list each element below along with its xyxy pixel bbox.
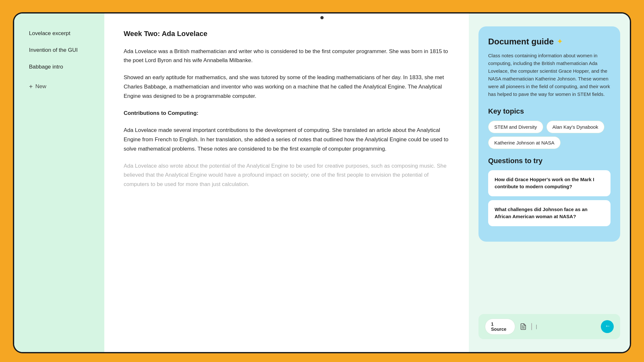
questions-title: Questions to try	[488, 157, 611, 165]
divider	[531, 323, 532, 330]
key-topics-section: Key topics STEM and Diversity Alan Kay's…	[488, 107, 611, 149]
plus-icon: +	[29, 83, 33, 90]
paragraph-4: Ada Lovelace made several important cont…	[124, 126, 450, 154]
topic-chip-stem[interactable]: STEM and Diversity	[488, 121, 543, 133]
contributions-heading: Contributions to Computing:	[124, 109, 450, 118]
question-card-2[interactable]: What challenges did Johnson face as an A…	[488, 200, 611, 226]
sidebar: Lovelace excerpt Invention of the GUI Ba…	[14, 14, 104, 352]
guide-card-title: Document guide ✦	[488, 37, 611, 47]
paragraph-5: Ada Lovelace also wrote about the potent…	[124, 162, 450, 190]
topic-chip-alan-kay[interactable]: Alan Kay's Dynabook	[546, 121, 604, 133]
device-screen: Lovelace excerpt Invention of the GUI Ba…	[14, 14, 630, 352]
right-panel: Document guide ✦ Class notes containing …	[469, 14, 630, 352]
guide-description: Class notes containing information about…	[488, 52, 611, 98]
main-content: Week Two: Ada Lovelace Ada Lovelace was …	[104, 14, 469, 352]
document-guide-card: Document guide ✦ Class notes containing …	[478, 26, 620, 242]
sidebar-item-gui[interactable]: Invention of the GUI	[24, 43, 95, 57]
sidebar-new-button[interactable]: + New	[24, 79, 95, 94]
question-card-1[interactable]: How did Grace Hopper's work on the Mark …	[488, 170, 611, 196]
questions-section: Questions to try How did Grace Hopper's …	[488, 157, 611, 226]
doc-icon	[519, 322, 527, 331]
sidebar-item-lovelace[interactable]: Lovelace excerpt	[24, 26, 95, 41]
chat-input[interactable]	[536, 324, 597, 329]
article-body: Ada Lovelace was a British mathematician…	[124, 47, 450, 190]
key-topics-title: Key topics	[488, 107, 611, 116]
bottom-bar: 1 Source ↑	[478, 314, 620, 339]
article-title: Week Two: Ada Lovelace	[124, 30, 450, 38]
paragraph-1: Ada Lovelace was a British mathematician…	[124, 47, 450, 66]
topic-chip-katherine[interactable]: Katherine Johnson at NASA	[488, 136, 561, 149]
source-badge[interactable]: 1 Source	[485, 319, 515, 335]
topics-chips: STEM and Diversity Alan Kay's Dynabook K…	[488, 121, 611, 149]
send-arrow-icon: ↑	[604, 325, 611, 328]
send-button[interactable]: ↑	[601, 320, 614, 333]
device-camera	[320, 16, 324, 19]
paragraph-2: Showed an early aptitude for mathematics…	[124, 73, 450, 101]
star-icon: ✦	[557, 38, 563, 45]
device-frame: Lovelace excerpt Invention of the GUI Ba…	[13, 12, 631, 353]
sidebar-item-babbage[interactable]: Babbage intro	[24, 60, 95, 74]
